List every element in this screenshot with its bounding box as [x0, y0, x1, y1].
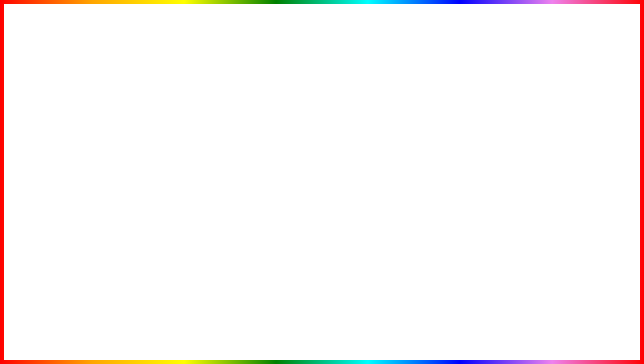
yuto-checkbox-quest[interactable]: ✓	[228, 198, 234, 203]
nav-setting[interactable]: Setting	[84, 112, 94, 116]
plat-nav-main[interactable]: ★ Main	[350, 112, 367, 118]
range-badge: 100 Range	[413, 148, 436, 153]
zer0-hub-panel: ≡ Zer0 Hub | AFS ↑ ↓ – × AutoFarm Enemy …	[274, 130, 367, 212]
zer0-autofarm-row: AutoFarm	[274, 194, 366, 200]
zer0-refresh-enemies-label: Refresh Enemies	[278, 155, 303, 159]
yuto-distance-pc-input[interactable]: 200 Stud	[127, 161, 207, 167]
enemies-side-panel: nies Detected Evil Ninja 3 ▲ List 100 Ra…	[372, 130, 439, 155]
zer0-auto-collect-label: Auto Collect	[278, 207, 296, 211]
plat-maximize-btn[interactable]: □	[426, 105, 430, 109]
title-anime-fighters: ANIME FIGHTERS	[0, 7, 644, 56]
zer0-remove-click-checkbox[interactable]	[359, 201, 363, 205]
zer0-header: ≡ Zer0 Hub | AFS ↑ ↓ – ×	[274, 131, 366, 140]
yuto-close-btn[interactable]: ×	[228, 142, 233, 146]
autofarm-label: AutoFarm	[49, 119, 63, 123]
zer0-minimize-btn[interactable]: –	[347, 133, 350, 139]
yuto-sidebar-local-player[interactable]: ☑ LOCAL PLAYER	[87, 159, 124, 166]
nav-autofarm[interactable]: AutoFarm	[49, 112, 63, 116]
platinium-panel: Platinium - Anime Fighters Simulator - […	[329, 103, 439, 130]
left-panel-nav: AutoFarm Egg Misc Setting	[49, 112, 118, 116]
yuto-sidebar-dungeon[interactable]: ☑ DUNGEON	[87, 197, 124, 205]
star-icon-trial: ★	[388, 113, 391, 117]
plat-title: Platinium - Anime Fighters Simulator - […	[332, 105, 404, 109]
zer0-refresh-enemies-row: Refresh Enemies	[274, 154, 366, 160]
enemies-detected-label: nies Detected	[374, 133, 436, 136]
zer0-arrow-controls: ↑ ↓	[329, 134, 335, 138]
chevron-icon: ▲	[431, 138, 433, 141]
zer0-remove-click-label: Remove Click Limit	[278, 201, 306, 205]
left-item-clickdamage[interactable]: Auto ClickDamage	[49, 125, 118, 132]
star-icon-main: ★	[353, 113, 356, 117]
zer0-arrow-down[interactable]: ↓	[333, 134, 335, 138]
yuto-minimize-btn[interactable]: –	[222, 142, 227, 146]
yuto-sidebar-tt-mt-df[interactable]: ☑ TT/MT/DF	[87, 174, 124, 182]
yuto-main-content: Distance Select for farm (Mobile) Distan…	[124, 148, 236, 232]
zer0-tp-when-farm-row: Tp When Farm	[274, 160, 366, 166]
yuto-title: YUTO HUB	[91, 141, 113, 146]
autofarm-toggle[interactable]	[109, 119, 118, 123]
plat-close-btn[interactable]: ×	[431, 105, 435, 109]
plat-nav-more[interactable]: ★ N	[418, 112, 430, 118]
bottom-number: 36	[222, 316, 259, 353]
nav-egg[interactable]: Egg	[66, 112, 72, 116]
zer0-auto-collect-checkbox[interactable]	[359, 207, 363, 211]
bottom-update: UPDATE	[78, 316, 213, 353]
zer0-switch-delay-label: Farm switch delay	[296, 182, 323, 185]
zer0-farm-range-input[interactable]: 200	[278, 173, 294, 179]
yuto-subtitle: [UPD 36 + 👤 + x5] Anime Fighters Simu...	[117, 142, 221, 146]
zer0-remove-click-limit-row: Remove Click Limit	[274, 200, 366, 206]
zer0-tp-checkbox[interactable]	[359, 161, 363, 165]
plat-nav-trial[interactable]: ★ Trial	[385, 112, 401, 118]
zer0-enemy-dropdown[interactable]: Enemy Select (Otogakure1) ▼	[278, 148, 338, 153]
yuto-sidebar-sky[interactable]: Sky	[87, 212, 124, 222]
star-icon-more: ★	[421, 113, 424, 117]
title-simulator: SIMULATOR	[0, 56, 644, 93]
yuto-feature-mob-select: AUTO FARM Mob Select ✓	[127, 178, 234, 187]
plat-minimize-btn[interactable]: –	[421, 105, 425, 109]
zer0-farm-range-row: 200 Farm range	[274, 172, 366, 180]
zer0-enemy-select-row: Enemy Select (Otogakure1) ▼	[274, 147, 366, 154]
zer0-arrow-up[interactable]: ↑	[329, 134, 331, 138]
plat-window-buttons: – □ ×	[421, 105, 435, 109]
yuto-checkbox-tp-mob[interactable]: ✓	[228, 171, 234, 176]
yuto-feature-quest: Auto Quest ✓	[127, 196, 234, 205]
plat-settings-label[interactable]: Settings ∨	[332, 122, 435, 126]
yuto-checkmark-main: ☑	[91, 153, 93, 157]
zer0-autofarm-checkbox[interactable]	[359, 195, 363, 199]
zer0-attack-anything-row: Attack anything	[274, 166, 366, 172]
star-icon-stars: ★	[370, 113, 373, 117]
zer0-menu-icon: ≡	[277, 133, 279, 138]
star-icon-raid: ★	[404, 113, 407, 117]
yuto-checkbox-all-mob[interactable]	[228, 189, 234, 194]
zer0-close-btn[interactable]: ×	[361, 133, 364, 138]
zer0-switch-delay-input[interactable]: 0	[278, 181, 294, 186]
plat-nav-raid[interactable]: ★ Raid	[402, 112, 418, 118]
list-label: List	[374, 144, 436, 147]
zer0-tp-label: Tp When Farm	[278, 161, 300, 165]
yuto-sidebar-star[interactable]: ☑ STAR	[87, 166, 124, 174]
plat-nav-home[interactable]: ★ Home	[331, 112, 350, 118]
plat-nav-stars[interactable]: ★ Stars	[367, 112, 384, 118]
zer0-section-autofarm: AutoFarm	[274, 140, 366, 147]
yuto-sidebar-teleport[interactable]: ☑ Teleport	[87, 182, 124, 189]
yuto-sidebar-main[interactable]: ☑ MAIN	[87, 151, 124, 159]
autofarm-toggle-row: AutoFarm	[49, 119, 118, 123]
star-decoration-2: ★	[300, 295, 312, 311]
af-logo-graphic: ⚔	[534, 281, 567, 314]
yuto-sidebar: ☑ MAIN ☑ LOCAL PLAYER ☑ STAR ☑ TT/MT/DF …	[87, 148, 124, 232]
yuto-header: YUTO HUB [UPD 36 + 👤 + x5] Anime Fighter…	[87, 139, 236, 148]
enemy-badge: Evil Ninja 3 ▲	[410, 137, 436, 142]
yuto-sidebar-webhook[interactable]: ☑ Webhook	[87, 205, 124, 212]
yuto-distance-pc-label: Distance Select for farm (PC)	[127, 157, 234, 160]
yuto-sidebar-auto-raid[interactable]: ☑ AUTO RAID	[87, 189, 124, 197]
zer0-title: Zer0 Hub | AFS	[291, 134, 317, 138]
yuto-hub-panel: YUTO HUB [UPD 36 + 👤 + x5] Anime Fighter…	[87, 139, 237, 232]
zer0-attack-checkbox[interactable]	[359, 167, 363, 171]
zer0-switch-delay-row: 0 Farm switch delay	[274, 180, 366, 187]
yuto-content: ☑ MAIN ☑ LOCAL PLAYER ☑ STAR ☑ TT/MT/DF …	[87, 148, 236, 232]
zer0-auto-collect-row: Auto Collect	[274, 206, 366, 212]
nav-misc[interactable]: Misc	[75, 112, 82, 116]
af-logo: ⚔ ANi FiGHTERS	[524, 277, 577, 331]
yuto-features-footer: features	[127, 205, 234, 210]
yuto-checkbox-mob-select[interactable]: ✓	[228, 180, 234, 185]
